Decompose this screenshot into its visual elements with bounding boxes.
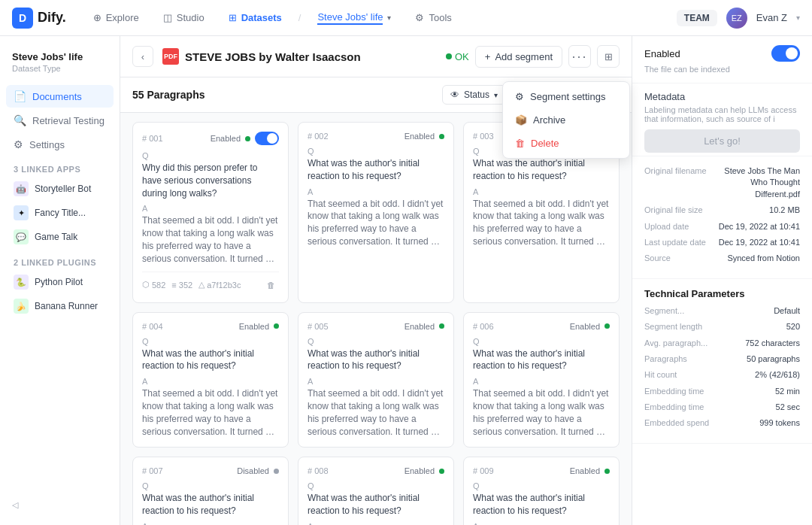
collapse-icon: ◁ [12,500,18,510]
status-dot [274,323,279,329]
chevron-down-icon: ▾ [494,91,498,99]
sidebar-collapse-btn[interactable]: ◁ [6,494,114,516]
para-q-label: Q [473,481,610,490]
para-q-label: Q [142,481,279,490]
linked-app-gametalk[interactable]: 💬 Game Talk [6,225,114,249]
para-number: # 003 [473,132,494,141]
a-letter: A [473,377,478,386]
nav-datasets[interactable]: ⊞ Datasets [220,8,291,28]
metadata-sub: Labeling metadata can help LLMs access t… [644,105,800,123]
para-status: Enabled [404,322,444,331]
para-a-label: A [142,522,279,525]
embedded-spend-value: 999 tokens [712,417,800,429]
para-question: What was the author's initial reaction t… [473,347,610,373]
nav-tools[interactable]: ⚙ Tools [406,8,460,28]
avg-para-label: Avg. paragraph... [644,338,712,349]
para-status: Disabled [237,466,279,475]
status-filter-button[interactable]: 👁 Status ▾ [442,85,506,105]
para-number: # 002 [308,132,329,141]
nav-explore[interactable]: ⊕ Explore [84,8,148,28]
nav-breadcrumb[interactable]: Steve Jobs' life ▾ [308,7,400,29]
para-q-label: Q [473,337,610,346]
more-options-button[interactable]: ··· [568,45,591,68]
lets-go-button[interactable]: Let's go! [644,129,800,153]
ok-dot [446,53,452,59]
embedding-time2-label: Embedding time [644,402,712,413]
paragraphs-label: Paragraphs [644,354,712,365]
para-q-label: Q [308,147,444,156]
para-footer: ⬡ 582 ≡ 352 △ a7f12b3c 🗑 [142,272,279,293]
metadata-label: Metadata [644,91,800,102]
header-actions: OK + Add segment ··· ⊞ [446,45,620,68]
linked-apps-section-label: 3 LINKED APPS [6,156,114,177]
para-card-header: # 005 Enabled [308,322,444,331]
para-question: What was the author's initial reaction t… [473,157,610,183]
back-button[interactable]: ‹ [132,46,153,67]
para-number: # 007 [142,466,163,475]
linked-app-fancytitle[interactable]: ✦ Fancy Title... [6,201,114,225]
metadata-section: Metadata Labeling metadata can help LLMs… [632,83,812,156]
para-a-label: A [308,377,444,386]
q-letter: Q [142,481,149,490]
expand-button[interactable]: ⊞ [597,45,620,68]
para-answer: That seemed a bit odd. I didn't yet know… [308,387,444,438]
status-dot [439,323,444,329]
para-a-label: A [308,522,444,525]
delete-button[interactable]: 🗑 [262,277,279,293]
para-card-header: # 007 Disabled [142,466,279,475]
para-answer: That seemed a bit odd. I didn't yet know… [142,214,279,265]
segment-length-label: Segment length [644,321,712,332]
q-letter: Q [142,151,149,160]
para-card-header: # 001 Enabled [142,132,279,145]
a-letter: A [473,522,478,525]
linked-plugins-section-label: 2 LINKED PLUGINS [6,249,114,270]
a-letter: A [308,187,313,196]
a-letter: A [308,377,313,386]
status-label: Enabled [239,322,269,331]
filesize-label: Original file size [644,205,712,216]
para-toggle[interactable] [255,132,279,145]
ok-status: OK [446,51,469,62]
pdf-icon: PDF [162,48,179,65]
para-status: Enabled [404,132,444,141]
linked-plugin-pythonpilot[interactable]: 🐍 Python Pilot [6,270,114,294]
filesize-row: Original file size 10.2 MB [644,205,800,216]
team-badge[interactable]: TEAM [677,10,717,26]
chevron-down-icon[interactable]: ▾ [796,14,800,22]
logo[interactable]: D Dify. [12,8,66,29]
sidebar-item-settings[interactable]: ⚙ Settings [6,133,114,156]
para-status: Enabled [239,322,279,331]
sidebar-app-type: Dataset Type [12,64,108,73]
sidebar-item-retrieval[interactable]: 🔍 Retrieval Testing [6,109,114,132]
paragraph-card: # 001 Enabled Q Why did this person pref… [132,122,289,303]
enabled-toggle[interactable] [771,45,800,62]
a-letter: A [308,522,313,525]
q-letter: Q [308,481,314,490]
add-segment-button[interactable]: + Add segment [475,46,562,68]
studio-icon: ◫ [163,12,172,23]
paragraph-card: # 007 Disabled Q What was the author's i… [132,457,289,525]
q-letter: Q [473,481,480,490]
para-number: # 004 [142,322,163,331]
nav-studio[interactable]: ◫ Studio [154,8,214,28]
user-name[interactable]: Evan Z [756,12,787,23]
chevron-down-icon: ▾ [387,14,391,22]
content-header: ‹ PDF STEVE JOBS by Walter Isaacson OK +… [120,36,632,77]
sidebar-item-documents[interactable]: 📄 Documents [6,85,114,108]
paragraph-card: # 005 Enabled Q What was the author's in… [298,312,454,448]
linked-app-storyteller[interactable]: 🤖 Storyteller Bot [6,177,114,201]
tech-params-section: Technical Parameters Segment... Default … [632,279,812,444]
status-label: Enabled [404,322,435,331]
upload-date-value: Dec 19, 2022 at 10:41 [712,221,800,232]
paragraphs-row: Paragraphs 50 paragraphs [644,354,800,365]
enabled-sub: The file can be indexed [644,65,800,74]
q-letter: Q [308,147,314,156]
embedding-time-row: Embedding time 52 min [644,386,800,397]
para-question: What was the author's initial reaction t… [142,492,279,517]
paragraphs-value: 50 paragraphs [712,354,800,365]
enabled-label: Enabled [644,48,680,59]
paragraph-card: # 002 Enabled Q What was the author's in… [298,122,454,303]
a-letter: A [142,522,147,525]
char-count: ≡ 352 [171,281,192,290]
linked-plugin-bananarunner[interactable]: 🍌 Banana Runner [6,294,114,318]
